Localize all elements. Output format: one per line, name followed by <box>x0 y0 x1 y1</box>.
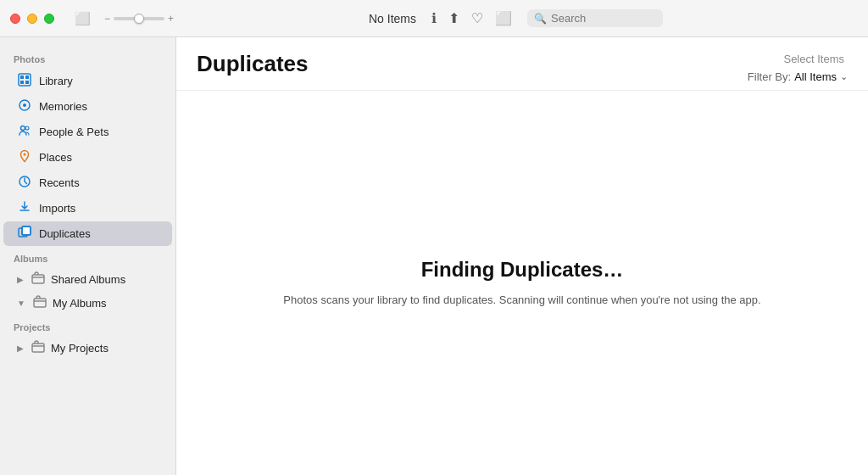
sidebar-item-places[interactable]: Places <box>3 145 172 170</box>
shared-albums-icon <box>31 271 46 288</box>
titlebar-controls: ⬜ − + <box>71 9 174 28</box>
svg-rect-12 <box>22 226 31 235</box>
svg-rect-15 <box>34 299 46 307</box>
info-icon[interactable]: ℹ <box>430 8 438 28</box>
content-body: Finding Duplicates… Photos scans your li… <box>176 91 868 475</box>
sidebar-section-projects: Projects <box>0 316 175 336</box>
svg-rect-1 <box>20 75 24 79</box>
recents-icon <box>17 175 32 191</box>
sidebar-label-people-pets: People & Pets <box>39 126 108 138</box>
sidebar-label-library: Library <box>39 75 73 87</box>
sidebar-item-my-projects[interactable]: ▶ My Projects <box>3 337 172 360</box>
svg-rect-14 <box>32 275 44 283</box>
select-items-button[interactable]: Select Items <box>780 51 848 67</box>
search-icon: 🔍 <box>534 13 547 25</box>
multiwindow-icon[interactable]: ⬜ <box>493 8 514 28</box>
sidebar-toggle-icon[interactable]: ⬜ <box>71 9 94 28</box>
close-button[interactable] <box>10 14 20 24</box>
search-box[interactable]: 🔍 <box>527 9 663 27</box>
titlebar-center: No Items ℹ ⬆ ♡ ⬜ 🔍 <box>174 8 858 28</box>
share-icon[interactable]: ⬆ <box>447 8 461 28</box>
sidebar-item-library[interactable]: Library <box>3 69 172 93</box>
my-projects-chevron: ▶ <box>17 344 24 353</box>
sidebar-section-photos: Photos <box>0 48 175 68</box>
sidebar-item-imports[interactable]: Imports <box>3 196 172 221</box>
minimize-button[interactable] <box>27 14 37 24</box>
svg-point-7 <box>21 126 25 131</box>
main-layout: Photos Library Memories <box>0 37 868 475</box>
library-icon <box>17 73 32 89</box>
sidebar-label-places: Places <box>39 151 72 164</box>
titlebar-actions: ℹ ⬆ ♡ ⬜ <box>430 8 514 28</box>
zoom-in-button[interactable]: + <box>168 13 174 25</box>
zoom-slider[interactable] <box>114 17 164 20</box>
header-actions: Select Items Filter By: All Items ⌄ <box>748 51 848 83</box>
titlebar: ⬜ − + No Items ℹ ⬆ ♡ ⬜ 🔍 <box>0 0 868 37</box>
my-projects-icon <box>31 340 46 356</box>
traffic-lights <box>10 14 54 24</box>
sidebar-item-recents[interactable]: Recents <box>3 170 172 195</box>
filter-bar: Filter By: All Items ⌄ <box>748 70 848 83</box>
svg-rect-0 <box>19 74 31 86</box>
svg-rect-2 <box>25 75 29 79</box>
svg-rect-3 <box>20 81 24 84</box>
svg-point-8 <box>25 126 29 130</box>
imports-icon <box>17 200 32 216</box>
people-icon <box>17 124 32 140</box>
page-title: Duplicates <box>197 51 309 77</box>
zoom-out-button[interactable]: − <box>104 13 110 25</box>
svg-rect-4 <box>25 81 29 84</box>
my-albums-icon <box>32 295 47 311</box>
no-items-label: No Items <box>369 12 416 25</box>
svg-point-9 <box>24 154 26 156</box>
filter-chevron-icon[interactable]: ⌄ <box>840 71 848 82</box>
sidebar-label-my-albums: My Albums <box>53 297 107 310</box>
sidebar-label-memories: Memories <box>39 100 87 113</box>
shared-albums-chevron: ▶ <box>17 275 24 284</box>
filter-value: All Items <box>794 70 837 83</box>
sidebar-label-my-projects: My Projects <box>51 342 108 355</box>
duplicates-icon <box>17 226 32 242</box>
finding-title: Finding Duplicates… <box>421 258 624 282</box>
sidebar-item-memories[interactable]: Memories <box>3 94 172 119</box>
svg-point-6 <box>23 103 26 107</box>
zoom-slider-area: − + <box>104 13 174 25</box>
zoom-slider-thumb[interactable] <box>134 14 144 24</box>
sidebar-item-duplicates[interactable]: Duplicates <box>3 221 172 246</box>
sidebar: Photos Library Memories <box>0 37 176 475</box>
svg-rect-16 <box>32 344 44 352</box>
filter-label: Filter By: <box>748 70 791 83</box>
sidebar-item-people-pets[interactable]: People & Pets <box>3 120 172 144</box>
places-icon <box>17 149 32 165</box>
sidebar-item-my-albums[interactable]: ▼ My Albums <box>3 292 172 315</box>
sidebar-label-duplicates: Duplicates <box>39 227 91 240</box>
heart-icon[interactable]: ♡ <box>470 8 485 28</box>
sidebar-label-recents: Recents <box>39 176 80 189</box>
sidebar-label-imports: Imports <box>39 202 75 215</box>
finding-subtitle: Photos scans your library to find duplic… <box>283 292 760 309</box>
fullscreen-button[interactable] <box>44 14 54 24</box>
content-area: Duplicates Select Items Filter By: All I… <box>176 37 868 475</box>
sidebar-section-albums: Albums <box>0 247 175 267</box>
sidebar-item-shared-albums[interactable]: ▶ Shared Albums <box>3 268 172 291</box>
content-header: Duplicates Select Items Filter By: All I… <box>176 37 868 91</box>
sidebar-label-shared-albums: Shared Albums <box>51 273 125 286</box>
memories-icon <box>17 98 32 115</box>
search-input[interactable] <box>551 12 653 25</box>
my-albums-chevron: ▼ <box>17 299 25 308</box>
